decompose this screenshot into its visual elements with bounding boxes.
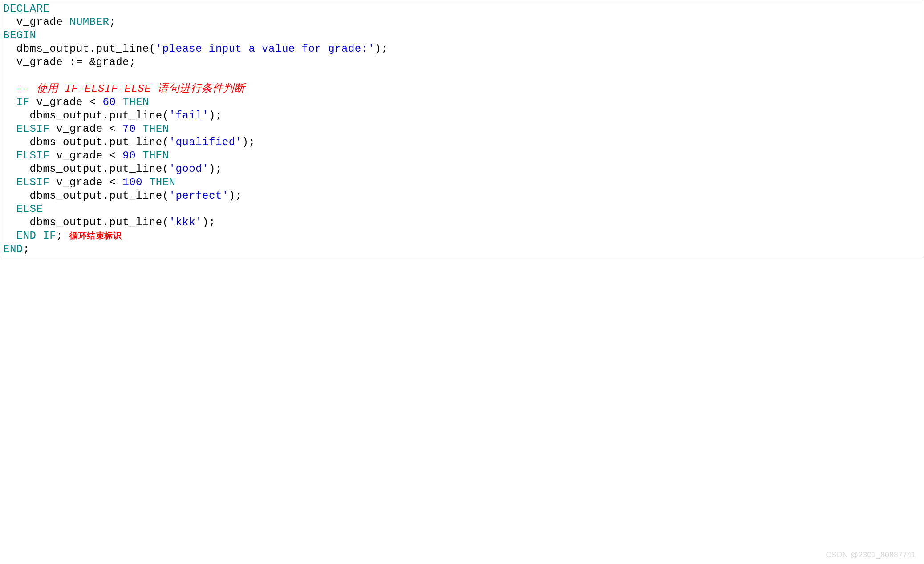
call-putline: dbms_output.put_line(: [3, 43, 156, 55]
number-90: 90: [122, 150, 136, 162]
cond-expr: v_grade <: [49, 150, 122, 162]
keyword-elsif: ELSIF: [3, 123, 49, 135]
comment-line: -- 使用 IF-ELSIF-ELSE 语句进行条件判断: [3, 83, 245, 95]
keyword-then: THEN: [136, 150, 169, 162]
keyword-then: THEN: [142, 176, 176, 188]
call-putline: dbms_output.put_line(: [3, 110, 169, 122]
semicolon: ;: [23, 243, 30, 255]
keyword-number: NUMBER: [69, 16, 109, 28]
var-decl: v_grade: [3, 16, 69, 28]
cond-expr: v_grade <: [49, 176, 122, 188]
cond-expr: v_grade <: [30, 96, 103, 108]
watermark-text: CSDN @2301_80887741: [826, 551, 916, 560]
string-literal: 'good': [169, 163, 209, 175]
paren-close: );: [229, 190, 242, 202]
keyword-declare: DECLARE: [3, 3, 49, 15]
string-literal: 'qualified': [169, 136, 242, 148]
call-putline: dbms_output.put_line(: [3, 190, 169, 202]
paren-close: );: [202, 216, 215, 228]
call-putline: dbms_output.put_line(: [3, 216, 169, 228]
call-putline: dbms_output.put_line(: [3, 163, 169, 175]
keyword-begin: BEGIN: [3, 29, 36, 41]
assign-grade: v_grade := &grade;: [3, 56, 136, 68]
number-70: 70: [122, 123, 136, 135]
paren-close: );: [209, 163, 222, 175]
keyword-end: END: [3, 243, 23, 255]
annotation-text: 循环结束标识: [69, 231, 122, 240]
call-putline: dbms_output.put_line(: [3, 136, 169, 148]
keyword-end: END: [3, 230, 36, 242]
cond-expr: v_grade <: [49, 123, 122, 135]
paren-close: );: [375, 43, 388, 55]
paren-close: );: [209, 110, 222, 122]
string-literal: 'fail': [169, 110, 209, 122]
code-block: DECLARE v_grade NUMBER; BEGIN dbms_outpu…: [0, 0, 924, 258]
keyword-then: THEN: [136, 123, 169, 135]
semicolon: ;: [56, 230, 69, 242]
keyword-then: THEN: [116, 96, 149, 108]
keyword-elsif: ELSIF: [3, 150, 49, 162]
keyword-if: IF: [36, 230, 57, 242]
semicolon: ;: [109, 16, 116, 28]
keyword-elsif: ELSIF: [3, 176, 49, 188]
paren-close: );: [242, 136, 255, 148]
number-100: 100: [122, 176, 142, 188]
number-60: 60: [103, 96, 116, 108]
string-literal: 'please input a value for grade:': [156, 43, 375, 55]
keyword-if: IF: [3, 96, 30, 108]
string-literal: 'kkk': [169, 216, 203, 228]
string-literal: 'perfect': [169, 190, 229, 202]
keyword-else: ELSE: [3, 203, 43, 215]
